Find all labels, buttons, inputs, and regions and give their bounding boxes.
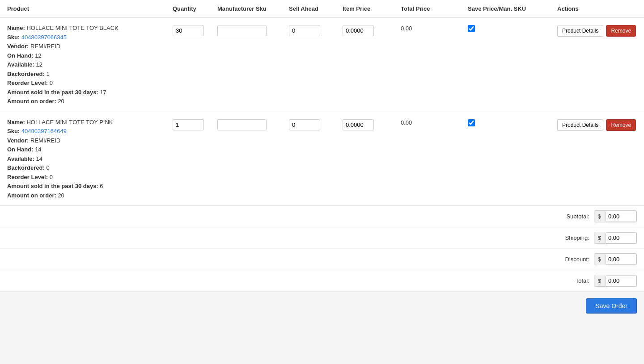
total-price-value-2: 0.00 (401, 119, 412, 126)
save-price-checkbox-1[interactable] (468, 25, 475, 32)
sell-ahead-cell-1 (289, 23, 343, 36)
table-row: Name: HOLLACE MINI TOTE TOY PINK Sku: 40… (0, 112, 644, 206)
item-price-input-1[interactable] (343, 25, 374, 36)
total-label: Total: (554, 277, 589, 284)
name-value-2: HOLLACE MINI TOTE TOY PINK (26, 119, 113, 126)
vendor-value-2: REMI/REID (30, 137, 60, 144)
manufacturer-sku-cell-1 (217, 23, 289, 36)
footer-bar: Save Order (0, 292, 644, 320)
summary-section: Subtotal: $ Shipping: $ Discount: $ Tota… (0, 206, 644, 292)
actions-cell-2: Product Details Remove (557, 117, 637, 131)
save-price-checkbox-2[interactable] (468, 119, 475, 126)
discount-row: Discount: $ (0, 249, 644, 270)
col-quantity: Quantity (173, 4, 217, 14)
col-actions: Actions (557, 4, 624, 14)
sku-link-1[interactable]: 40480397066345 (21, 34, 67, 41)
reorder-label-2: Reorder Level: (7, 174, 48, 180)
amount-on-order-label-2: Amount on order: (7, 192, 56, 199)
manufacturer-sku-input-1[interactable] (217, 25, 267, 36)
quantity-input-1[interactable] (173, 25, 204, 36)
main-container: Product Quantity Manufacturer Sku Sell A… (0, 0, 644, 320)
total-input-wrapper: $ (594, 275, 637, 287)
amount-on-order-value-1: 20 (58, 98, 64, 105)
on-hand-value-2: 14 (35, 146, 41, 153)
table-row: Name: HOLLACE MINI TOTE TOY BLACK Sku: 4… (0, 18, 644, 112)
product-details-button-2[interactable]: Product Details (557, 119, 603, 131)
available-value-2: 14 (36, 155, 42, 162)
discount-input[interactable] (605, 254, 636, 265)
col-manufacturer-sku: Manufacturer Sku (217, 4, 289, 14)
subtotal-input[interactable] (605, 211, 636, 222)
col-total-price: Total Price (401, 4, 468, 14)
col-sell-ahead: Sell Ahead (289, 4, 343, 14)
quantity-cell-2 (173, 117, 217, 130)
table-header: Product Quantity Manufacturer Sku Sell A… (0, 0, 644, 18)
name-label-1: Name: (7, 25, 25, 31)
product-info-1: Name: HOLLACE MINI TOTE TOY BLACK Sku: 4… (7, 23, 173, 106)
vendor-label-2: Vendor: (7, 137, 29, 144)
available-label-1: Available: (7, 61, 34, 68)
shipping-input[interactable] (605, 232, 636, 243)
product-info-2: Name: HOLLACE MINI TOTE TOY PINK Sku: 40… (7, 117, 173, 201)
amount-sold-value-1: 17 (100, 89, 106, 96)
available-value-1: 12 (36, 61, 42, 68)
subtotal-input-wrapper: $ (594, 210, 637, 222)
sku-link-2[interactable]: 40480397164649 (21, 128, 67, 134)
on-hand-label-2: On Hand: (7, 146, 34, 153)
actions-cell-1: Product Details Remove (557, 23, 637, 37)
save-price-cell-1 (468, 23, 557, 32)
available-label-2: Available: (7, 155, 34, 162)
vendor-label-1: Vendor: (7, 43, 29, 50)
total-price-cell-2: 0.00 (401, 117, 468, 126)
sell-ahead-input-1[interactable] (289, 25, 320, 36)
name-label-2: Name: (7, 119, 25, 126)
col-item-price: Item Price (343, 4, 401, 14)
sku-label-1: Sku: (7, 34, 20, 41)
col-product: Product (7, 4, 173, 14)
subtotal-currency-sign: $ (594, 211, 605, 222)
reorder-value-1: 0 (50, 79, 53, 86)
backordered-label-1: Backordered: (7, 71, 45, 77)
quantity-input-2[interactable] (173, 119, 204, 130)
reorder-value-2: 0 (50, 174, 53, 180)
amount-sold-label-2: Amount sold in the past 30 days: (7, 183, 98, 189)
save-order-button[interactable]: Save Order (586, 298, 637, 314)
backordered-value-1: 1 (46, 71, 49, 77)
reorder-label-1: Reorder Level: (7, 79, 48, 86)
remove-button-2[interactable]: Remove (606, 119, 636, 131)
amount-on-order-label-1: Amount on order: (7, 98, 56, 105)
quantity-cell-1 (173, 23, 217, 36)
item-price-cell-2 (343, 117, 401, 130)
total-currency-sign: $ (594, 275, 605, 286)
vendor-value-1: REMI/REID (30, 43, 60, 50)
discount-currency-sign: $ (594, 254, 605, 265)
discount-label: Discount: (554, 256, 589, 263)
on-hand-label-1: On Hand: (7, 52, 34, 59)
save-price-cell-2 (468, 117, 557, 126)
total-input[interactable] (605, 275, 636, 286)
shipping-row: Shipping: $ (0, 227, 644, 249)
sell-ahead-cell-2 (289, 117, 343, 130)
total-price-value-1: 0.00 (401, 25, 412, 32)
remove-button-1[interactable]: Remove (606, 25, 636, 37)
discount-input-wrapper: $ (594, 253, 637, 265)
shipping-label: Shipping: (554, 234, 589, 241)
on-hand-value-1: 12 (35, 52, 41, 59)
manufacturer-sku-cell-2 (217, 117, 289, 130)
subtotal-row: Subtotal: $ (0, 206, 644, 227)
sku-label-2: Sku: (7, 128, 20, 134)
subtotal-label: Subtotal: (554, 213, 589, 220)
product-details-button-1[interactable]: Product Details (557, 25, 603, 37)
item-price-input-2[interactable] (343, 119, 374, 130)
total-price-cell-1: 0.00 (401, 23, 468, 32)
amount-on-order-value-2: 20 (58, 192, 64, 199)
total-row: Total: $ (0, 270, 644, 292)
manufacturer-sku-input-2[interactable] (217, 119, 267, 130)
backordered-label-2: Backordered: (7, 164, 45, 171)
sell-ahead-input-2[interactable] (289, 119, 320, 130)
col-save-price: Save Price/Man. SKU (468, 4, 557, 14)
amount-sold-label-1: Amount sold in the past 30 days: (7, 89, 98, 96)
backordered-value-2: 0 (46, 164, 49, 171)
item-price-cell-1 (343, 23, 401, 36)
shipping-input-wrapper: $ (594, 232, 637, 244)
